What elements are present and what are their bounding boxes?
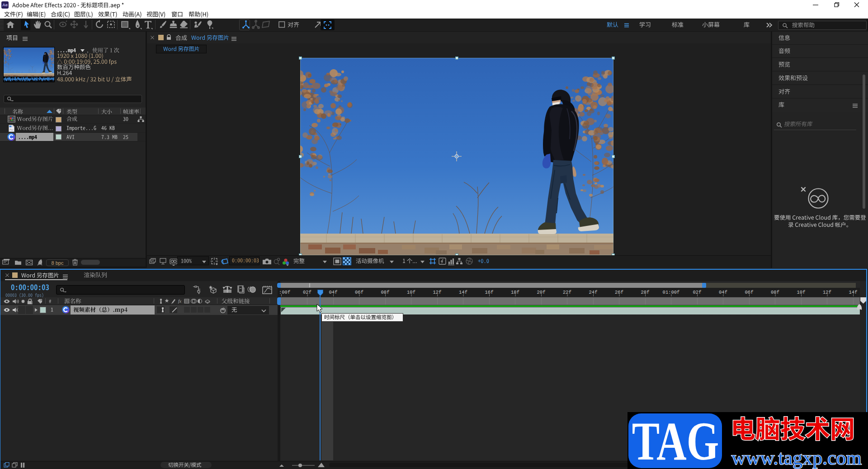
svg-text:fx: fx: [178, 299, 182, 304]
